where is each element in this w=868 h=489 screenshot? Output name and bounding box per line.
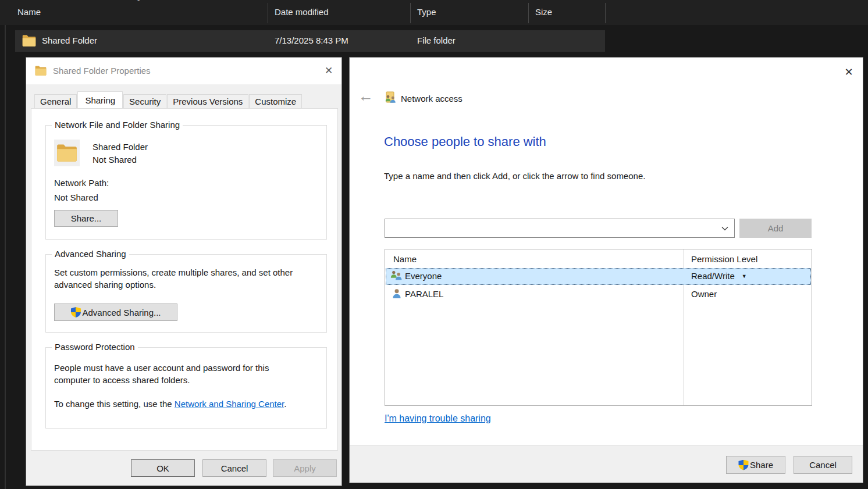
folder-icon xyxy=(56,143,77,163)
tab-previous-versions[interactable]: Previous Versions xyxy=(167,94,248,108)
add-button: Add xyxy=(739,219,812,238)
column-separator[interactable] xyxy=(410,3,411,23)
back-arrow-icon[interactable]: ← xyxy=(357,88,375,105)
people-table: Name Permission Level Everyone Read/Writ… xyxy=(385,249,812,406)
dialog-title: Shared Folder Properties xyxy=(53,66,151,76)
tab-security[interactable]: Security xyxy=(123,94,166,108)
column-separator[interactable] xyxy=(268,3,268,23)
column-separator[interactable] xyxy=(528,3,529,23)
uac-shield-icon xyxy=(70,307,81,317)
setting-text-prefix: To change this setting, use the xyxy=(54,399,175,409)
row-name: Everyone xyxy=(405,271,442,281)
properties-titlebar[interactable]: Shared Folder Properties ✕ xyxy=(26,58,341,84)
password-protection-group: Password Protection People must have a u… xyxy=(45,347,327,429)
setting-text-suffix: . xyxy=(284,399,286,409)
folder-icon-box xyxy=(54,140,80,166)
shared-folder-name: Shared Folder xyxy=(93,141,148,153)
tab-general[interactable]: General xyxy=(34,94,77,108)
explorer-column-header: ˆ Name Date modified Type Size xyxy=(0,0,868,25)
file-date-modified: 7/13/2025 8:43 PM xyxy=(275,35,348,45)
cancel-button[interactable]: Cancel xyxy=(202,459,266,477)
sort-ascending-icon: ˆ xyxy=(137,0,140,8)
permission-value-text: Owner xyxy=(691,289,717,299)
group-label: Network File and Folder Sharing xyxy=(52,120,183,130)
close-icon[interactable]: ✕ xyxy=(841,65,856,80)
network-path-value: Not Shared xyxy=(54,191,98,204)
uac-shield-icon xyxy=(738,460,749,470)
share-button-label: Share xyxy=(750,460,773,470)
network-access-title: Network access xyxy=(401,94,463,103)
permission-value: Read/Write xyxy=(691,271,735,281)
shared-folder-status: Not Shared xyxy=(93,154,137,166)
cancel-button[interactable]: Cancel xyxy=(794,456,852,474)
share-confirm-button[interactable]: Share xyxy=(726,456,785,474)
advanced-sharing-button[interactable]: Advanced Sharing... xyxy=(54,304,177,321)
dialog-footer: Share Cancel xyxy=(350,445,863,483)
ok-button[interactable]: OK xyxy=(131,459,195,477)
people-combobox-input[interactable] xyxy=(389,221,714,235)
column-header-size[interactable]: Size xyxy=(535,7,552,17)
network-access-dialog: ✕ ← Network access Choose people to shar… xyxy=(349,57,863,483)
properties-dialog: Shared Folder Properties ✕ General Shari… xyxy=(26,57,342,486)
close-icon[interactable]: ✕ xyxy=(322,64,336,78)
instruction-text: Type a name and then click Add, or click… xyxy=(384,171,645,181)
column-header-name[interactable]: Name xyxy=(17,7,41,17)
tab-customize[interactable]: Customize xyxy=(249,94,302,108)
group-label: Advanced Sharing xyxy=(52,249,129,259)
network-file-folder-sharing-group: Network File and Folder Sharing Shared F… xyxy=(45,125,327,240)
advanced-sharing-button-label: Advanced Sharing... xyxy=(82,308,161,317)
table-row-paralel[interactable]: PARALEL Owner xyxy=(386,286,811,303)
password-protection-description: People must have a user account and pass… xyxy=(54,362,298,386)
choose-people-heading: Choose people to share with xyxy=(384,134,546,149)
table-header-name[interactable]: Name xyxy=(393,254,417,264)
tab-strip: General Sharing Security Previous Versio… xyxy=(34,91,303,108)
advanced-sharing-group: Advanced Sharing Set custom permissions,… xyxy=(45,254,327,333)
chevron-down-icon[interactable] xyxy=(720,224,730,233)
window-left-edge xyxy=(5,0,6,489)
user-icon xyxy=(392,288,402,299)
people-combobox[interactable] xyxy=(385,219,735,238)
network-sharing-center-link[interactable]: Network and Sharing Center xyxy=(175,399,284,409)
column-header-date-modified[interactable]: Date modified xyxy=(275,7,329,17)
permission-level-dropdown[interactable]: Read/Write ▼ xyxy=(691,271,747,281)
network-access-icon xyxy=(385,91,397,105)
file-type: File folder xyxy=(417,35,456,45)
permission-value: Owner xyxy=(691,289,717,299)
share-button[interactable]: Share... xyxy=(54,210,118,227)
group-label: Password Protection xyxy=(52,342,138,352)
trouble-sharing-link[interactable]: I'm having trouble sharing xyxy=(385,413,491,424)
row-name: PARALEL xyxy=(405,289,443,299)
advanced-sharing-description: Set custom permissions, create multiple … xyxy=(54,266,317,291)
folder-icon xyxy=(35,65,47,76)
sharing-tab-page: Network File and Folder Sharing Shared F… xyxy=(31,108,338,451)
folder-icon xyxy=(22,34,36,48)
apply-button: Apply xyxy=(273,459,337,477)
password-setting-line: To change this setting, use the Network … xyxy=(54,398,322,410)
dropdown-caret-icon[interactable]: ▼ xyxy=(742,273,747,279)
file-name: Shared Folder xyxy=(42,35,97,45)
file-row-shared-folder[interactable]: Shared Folder 7/13/2025 8:43 PM File fol… xyxy=(15,30,605,52)
tab-sharing[interactable]: Sharing xyxy=(77,91,123,108)
table-row-everyone[interactable]: Everyone Read/Write ▼ xyxy=(386,268,811,285)
network-path-label: Network Path: xyxy=(54,177,109,189)
column-separator[interactable] xyxy=(605,3,606,23)
table-header-permission-level[interactable]: Permission Level xyxy=(691,254,757,264)
group-icon xyxy=(390,270,403,281)
column-header-type[interactable]: Type xyxy=(417,7,436,17)
